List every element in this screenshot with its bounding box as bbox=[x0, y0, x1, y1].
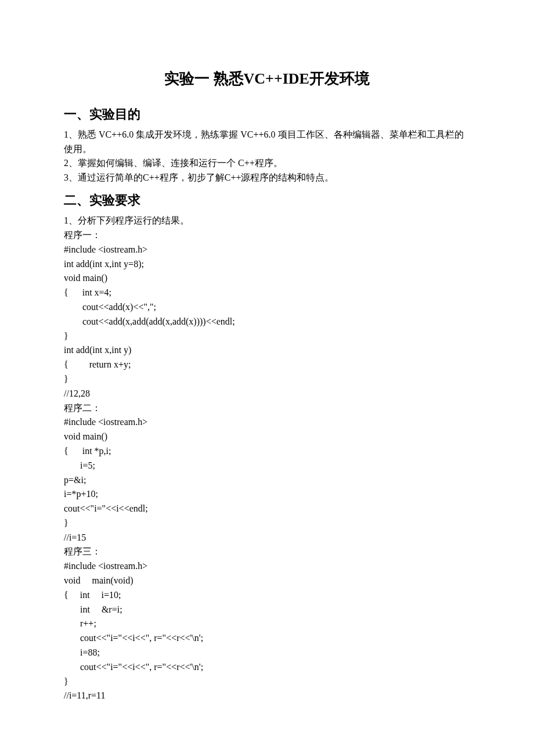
code-line: //12,28 bbox=[64, 387, 470, 401]
program-1-label: 程序一： bbox=[64, 228, 470, 243]
code-line: void main() bbox=[64, 271, 470, 286]
code-line: void main(void) bbox=[64, 574, 470, 588]
code-line: i=*p+10; bbox=[64, 487, 470, 502]
code-line: int add(int x,int y=8); bbox=[64, 257, 470, 272]
code-line: { int i=10; bbox=[64, 588, 470, 603]
program-2-label: 程序二： bbox=[64, 401, 470, 416]
purpose-item-3: 3、通过运行简单的C++程序，初步了解C++源程序的结构和特点。 bbox=[64, 171, 470, 185]
code-line: cout<<add(x,add(add(x,add(x))))<<endl; bbox=[64, 315, 470, 329]
purpose-item-2: 2、掌握如何编辑、编译、连接和运行一个 C++程序。 bbox=[64, 156, 470, 171]
document-title: 实验一 熟悉VC++IDE开发环境 bbox=[64, 67, 470, 91]
code-line: void main() bbox=[64, 430, 470, 444]
code-line: i=5; bbox=[64, 459, 470, 473]
purpose-item-1: 1、熟悉 VC++6.0 集成开发环境，熟练掌握 VC++6.0 项目工作区、各… bbox=[64, 128, 470, 157]
section-heading-requirements: 二、实验要求 bbox=[64, 190, 470, 210]
code-line: cout<<add(x)<<","; bbox=[64, 300, 470, 315]
code-line: } bbox=[64, 329, 470, 344]
code-line: //i=11,r=11 bbox=[64, 689, 470, 703]
program-3-label: 程序三： bbox=[64, 545, 470, 559]
code-line: p=&i; bbox=[64, 473, 470, 488]
code-line: } bbox=[64, 675, 470, 689]
code-line: cout<<"i="<<i<<", r="<<r<<'\n'; bbox=[64, 660, 470, 675]
code-line: { int x=4; bbox=[64, 286, 470, 300]
code-line: int add(int x,int y) bbox=[64, 343, 470, 358]
requirement-item-1: 1、分析下列程序运行的结果。 bbox=[64, 214, 470, 228]
code-line: } bbox=[64, 372, 470, 387]
code-line: cout<<"i="<<i<<", r="<<r<<'\n'; bbox=[64, 631, 470, 646]
section-heading-purpose: 一、实验目的 bbox=[64, 104, 470, 124]
code-line: { int *p,i; bbox=[64, 444, 470, 459]
code-line: #include <iostream.h> bbox=[64, 415, 470, 430]
code-line: //i=15 bbox=[64, 531, 470, 545]
code-line: int &r=i; bbox=[64, 603, 470, 617]
code-line: { return x+y; bbox=[64, 358, 470, 372]
code-line: } bbox=[64, 516, 470, 531]
code-line: #include <iostream.h> bbox=[64, 243, 470, 257]
code-line: r++; bbox=[64, 617, 470, 631]
code-line: #include <iostream.h> bbox=[64, 559, 470, 574]
code-line: cout<<"i="<<i<<endl; bbox=[64, 502, 470, 516]
code-line: i=88; bbox=[64, 646, 470, 660]
document-page: 实验一 熟悉VC++IDE开发环境 一、实验目的 1、熟悉 VC++6.0 集成… bbox=[0, 0, 534, 738]
